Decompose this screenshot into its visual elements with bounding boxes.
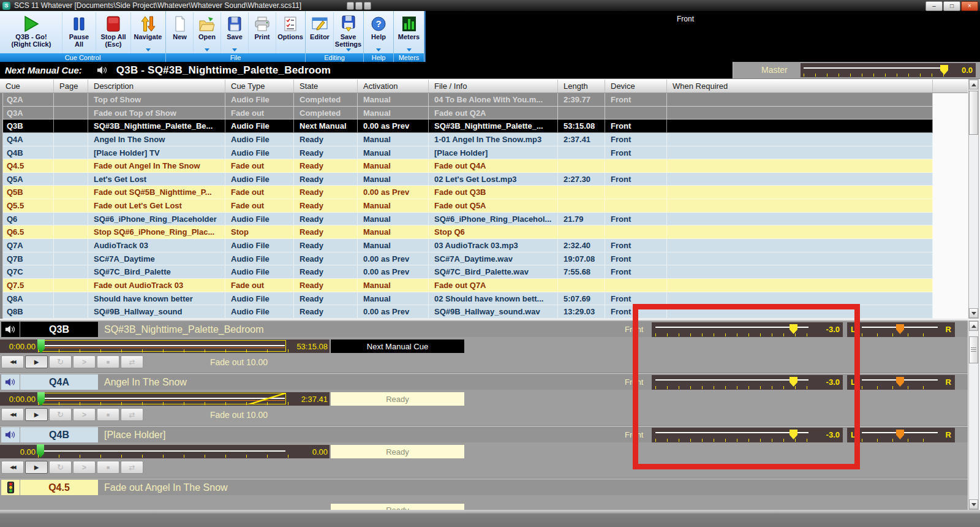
cell-description: Angel In The Snow [88,133,225,146]
ribbon-button-save[interactable]: Save [221,12,249,53]
play-button[interactable]: ▶ [25,355,48,368]
ribbon-button-q3b-go-right-click[interactable]: Q3B - Go!(Right Click) [1,12,62,53]
scroll-down-button[interactable] [969,499,978,509]
next-button[interactable]: > [73,461,96,474]
fader-handle[interactable] [790,377,797,387]
pan-control[interactable]: LR [847,375,955,390]
table-row-q6[interactable]: Q6SQ#6_iPhone_Ring_PlaceholderAudio File… [0,213,933,226]
device-fader[interactable]: -3.0 [652,428,843,442]
ribbon-button-print[interactable]: Print [249,12,276,53]
chevron-down-icon[interactable] [146,48,151,51]
rewind-button[interactable]: ◀◀ [1,408,24,421]
scrollbar-thumb[interactable] [969,336,978,363]
pan-handle[interactable] [896,430,904,439]
ribbon-button-help[interactable]: ?Help [364,12,393,53]
player-cue-id[interactable]: Q3B [20,322,98,337]
chevron-down-icon[interactable] [376,48,381,51]
pan-control[interactable]: LR [847,428,955,442]
pan-handle[interactable] [896,377,904,387]
maximize-button[interactable]: □ [943,1,960,11]
ribbon-button-new[interactable]: New [167,12,194,53]
table-scrollbar[interactable] [968,79,979,319]
play-button[interactable]: ▶ [25,408,48,421]
player-cue-id[interactable]: Q4.5 [20,480,98,495]
child-window-controls[interactable] [347,2,371,10]
stop-button[interactable]: ■ [97,461,119,474]
column-header-description[interactable]: Description [88,80,225,93]
cell-page [54,265,88,279]
column-header-page[interactable]: Page [54,80,88,93]
table-row-q5a[interactable]: Q5ALet's Get LostAudio FileReadyManual02… [0,173,933,186]
stop-button[interactable]: ■ [97,408,119,421]
table-row-q3b[interactable]: Q3BSQ#3B_Nighttime_Palette_Be...Audio Fi… [0,119,933,133]
shuffle-button[interactable]: ⇄ [121,408,143,421]
ribbon-button-stop-all-esc[interactable]: Stop All(Esc) [96,12,131,53]
table-row-q6-5[interactable]: Q6.5Stop SQ#6_iPhone_Ring_Plac...StopRea… [0,226,933,239]
device-fader[interactable]: -3.0 [652,322,843,337]
scrollbar-thumb[interactable] [969,91,978,135]
chevron-down-icon[interactable] [346,48,351,51]
table-row-q8b[interactable]: Q8BSQ#9B_Hallway_soundAudio FileReady0.0… [0,305,933,319]
scroll-down-button[interactable] [969,308,978,318]
table-row-q3a[interactable]: Q3AFade out Top of ShowFade outCompleted… [0,107,933,120]
table-row-q2a[interactable]: Q2ATop of ShowAudio FileCompletedManual0… [0,93,933,107]
rewind-button[interactable]: ◀◀ [1,461,24,474]
table-row-q7b[interactable]: Q7BSC#7A_DaytimeAudio FileReady0.00 as P… [0,252,933,266]
chevron-down-icon[interactable] [232,48,237,51]
player-cue-id[interactable]: Q4B [20,427,98,442]
rewind-button[interactable]: ◀◀ [1,355,24,368]
column-header-device[interactable]: Device [605,80,667,93]
column-header-cue-type[interactable]: Cue Type [225,80,294,93]
loop-button[interactable]: ↻ [49,461,72,474]
loop-button[interactable]: ↻ [49,408,72,421]
play-button[interactable]: ▶ [25,461,48,474]
fade-out-label: Fade out 10.00 [147,410,331,420]
column-header-state[interactable]: State [294,80,358,93]
table-row-q5b[interactable]: Q5BFade out SQ#5B_Nighttime_P...Fade out… [0,186,933,199]
column-header-activation[interactable]: Activation [358,80,429,93]
stop-button[interactable]: ■ [97,355,119,368]
table-row-q4a[interactable]: Q4AAngel In The SnowAudio FileReadyManua… [0,133,933,146]
minimize-button[interactable]: – [925,1,943,11]
cell-when-required [667,239,933,252]
child-close-button[interactable] [364,2,371,10]
master-fader[interactable]: 0.0 [801,63,976,77]
loop-button[interactable]: ↻ [49,355,72,368]
ribbon-button-editor[interactable]: Editor [306,12,334,53]
column-header-when-required[interactable]: When Required [667,80,933,93]
ribbon-button-options[interactable]: Options [276,12,304,53]
fader-handle[interactable] [790,430,797,439]
ribbon-button-pauseall[interactable]: PauseAll [62,12,96,53]
column-header-cue[interactable]: Cue [0,80,54,93]
chevron-down-icon[interactable] [407,48,412,51]
device-fader[interactable]: -3.0 [652,375,843,390]
ribbon-button-savesettings[interactable]: SaveSettings [334,12,363,53]
ribbon-button-meters[interactable]: Meters [394,12,423,53]
table-row-q4b[interactable]: Q4B[Place Holder] TVAudio FileReadyManua… [0,146,933,160]
shuffle-button[interactable]: ⇄ [121,461,143,474]
column-header-length[interactable]: Length [558,80,605,93]
table-row-q7-5[interactable]: Q7.5Fade out AudioTrack 03Fade outReadyM… [0,279,933,292]
table-row-q7c[interactable]: Q7CSQ#7C_Bird_PaletteAudio FileReady0.00… [0,265,933,279]
column-header-file-info[interactable]: File / Info [429,80,558,93]
scroll-up-button[interactable] [969,80,978,89]
scroll-up-button[interactable] [969,321,978,331]
child-restore-button[interactable] [355,2,363,10]
close-button[interactable]: × [961,1,978,11]
player-cue-id[interactable]: Q4A [20,374,98,390]
ribbon-button-open[interactable]: Open [194,12,221,53]
child-minimize-button[interactable] [347,2,354,10]
fader-handle[interactable] [790,324,797,334]
chevron-down-icon[interactable] [205,48,209,51]
table-row-q5-5[interactable]: Q5.5Fade out Let's Get LostFade outReady… [0,199,933,213]
shuffle-button[interactable]: ⇄ [121,355,143,368]
table-row-q4-5[interactable]: Q4.5Fade out Angel In The SnowFade outRe… [0,159,933,173]
pan-handle[interactable] [896,324,904,334]
pan-control[interactable]: LR [847,322,955,337]
players-scrollbar[interactable] [968,320,979,510]
next-button[interactable]: > [73,408,96,421]
table-row-q7a[interactable]: Q7AAudioTrack 03Audio FileReadyManual03 … [0,239,933,252]
ribbon-button-navigate[interactable]: Navigate [131,12,165,53]
next-button[interactable]: > [73,355,96,368]
table-row-q8a[interactable]: Q8AShould have known betterAudio FileRea… [0,292,933,306]
